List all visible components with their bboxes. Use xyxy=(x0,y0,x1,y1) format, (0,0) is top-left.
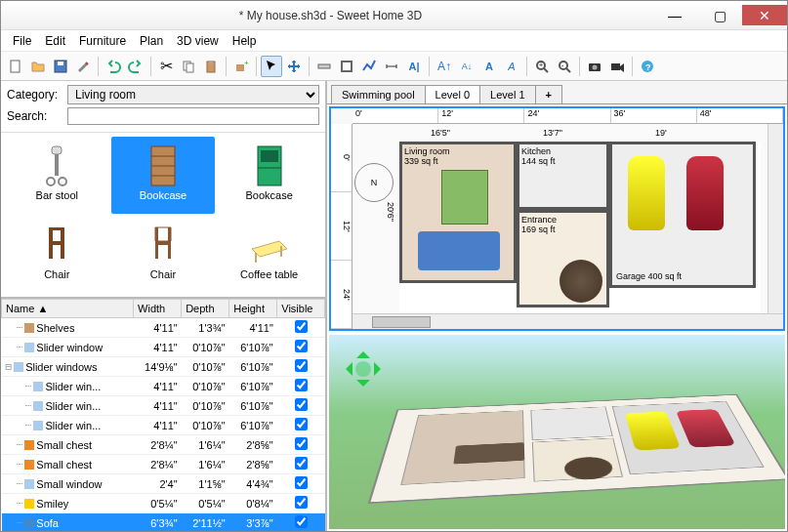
visible-checkbox[interactable] xyxy=(295,379,308,391)
preferences-icon[interactable] xyxy=(72,56,94,77)
menu-file[interactable]: File xyxy=(7,32,37,50)
menu-edit[interactable]: Edit xyxy=(39,32,71,50)
zoom-out-icon[interactable]: - xyxy=(554,56,575,77)
catalog-item[interactable]: Bar stool xyxy=(5,137,109,214)
menu-furniture[interactable]: Furniture xyxy=(73,32,132,50)
add-furniture-icon[interactable]: + xyxy=(230,56,252,77)
furniture-icon xyxy=(219,220,319,268)
text-bold-icon[interactable]: A xyxy=(478,56,500,77)
scrollbar-vertical[interactable] xyxy=(767,124,783,313)
table-row[interactable]: ┈ Slider win...4'11"0'10⅞"6'10⅞" xyxy=(2,416,325,435)
copy-icon[interactable] xyxy=(178,56,199,77)
col-width[interactable]: Width xyxy=(134,300,182,318)
svg-rect-17 xyxy=(611,63,620,70)
catalog-item[interactable]: Coffee table xyxy=(217,216,321,293)
tab-level-1[interactable]: Level 1 xyxy=(479,85,535,103)
col-depth[interactable]: Depth xyxy=(182,300,229,318)
save-icon[interactable] xyxy=(50,56,71,77)
maximize-button[interactable]: ▢ xyxy=(697,5,742,25)
catalog-item[interactable]: Chair xyxy=(111,216,216,293)
scrollbar-horizontal[interactable] xyxy=(353,313,783,329)
plan-view[interactable]: 0'12'24'36'48' 0'12'24' N 16'5" 13'7" 19… xyxy=(329,106,785,331)
visible-checkbox[interactable] xyxy=(295,340,308,352)
sofa-icon[interactable] xyxy=(418,231,500,270)
visible-checkbox[interactable] xyxy=(295,496,308,509)
car-yellow-icon xyxy=(628,156,665,230)
table-row[interactable]: ┈ Slider win...4'11"0'10⅞"6'10⅞" xyxy=(2,377,325,396)
visible-checkbox[interactable] xyxy=(295,359,308,372)
catalog-item[interactable]: Chair xyxy=(5,216,109,293)
furniture-list[interactable]: Name ▲ Width Depth Height Visible ┈ Shel… xyxy=(1,297,325,531)
menu-plan[interactable]: Plan xyxy=(134,32,169,50)
col-height[interactable]: Height xyxy=(229,300,277,318)
menubar: File Edit Furniture Plan 3D view Help xyxy=(1,30,787,52)
paste-icon[interactable] xyxy=(200,56,222,77)
row-name: Slider win... xyxy=(45,381,101,392)
visible-checkbox[interactable] xyxy=(295,418,308,430)
search-input[interactable] xyxy=(67,107,319,125)
row-name: Small chest xyxy=(36,459,92,471)
row-name: Sofa xyxy=(36,517,59,529)
table-row[interactable]: ┈ Small window2'4"1'1⅝"4'4¾" xyxy=(2,474,325,494)
tab-swimming-pool[interactable]: Swimming pool xyxy=(331,85,426,103)
furniture-icon xyxy=(113,220,214,268)
redo-icon[interactable] xyxy=(125,56,146,77)
new-icon[interactable] xyxy=(5,56,26,77)
text-smaller-icon[interactable]: A↓ xyxy=(456,56,477,77)
table-row[interactable]: ┈ Shelves4'11"1'3¾"4'11" xyxy=(2,318,325,338)
pan-icon[interactable] xyxy=(283,56,305,77)
close-button[interactable]: ✕ xyxy=(742,5,787,25)
visible-checkbox[interactable] xyxy=(295,437,308,450)
zoom-in-icon[interactable]: + xyxy=(531,56,553,77)
open-icon[interactable] xyxy=(27,56,49,77)
table-row[interactable]: ⊟ Slider windows14'9⅛"0'10⅞"6'10⅞" xyxy=(2,357,325,377)
col-visible[interactable]: Visible xyxy=(277,300,325,318)
text-italic-icon[interactable]: A xyxy=(501,56,522,77)
tab-level-0[interactable]: Level 0 xyxy=(425,85,480,103)
svg-rect-9 xyxy=(318,64,330,68)
floorplan: Living room339 sq ft Kitchen144 sq ft En… xyxy=(399,142,761,315)
video-icon[interactable] xyxy=(606,56,628,77)
svg-rect-20 xyxy=(52,146,62,154)
row-name: Slider windows xyxy=(25,361,97,373)
table-row[interactable]: ┈ Sofa6'3¾"2'11½"3'3⅞" xyxy=(2,513,325,532)
undo-icon[interactable] xyxy=(103,56,124,77)
table-row[interactable]: ┈ Slider window4'11"0'10⅞"6'10⅞" xyxy=(2,338,325,357)
visible-checkbox[interactable] xyxy=(295,476,308,489)
wall-icon[interactable] xyxy=(313,56,335,77)
menu-help[interactable]: Help xyxy=(227,32,263,50)
plan-canvas[interactable]: N 16'5" 13'7" 19' 20'6" Living room339 s… xyxy=(353,124,767,313)
select-icon[interactable] xyxy=(261,56,282,77)
tab-add[interactable]: + xyxy=(535,85,562,103)
visible-checkbox[interactable] xyxy=(295,457,308,470)
nav-cross[interactable] xyxy=(339,345,388,393)
catalog-item[interactable]: Bookcase xyxy=(111,137,216,214)
menu-3dview[interactable]: 3D view xyxy=(171,32,225,50)
col-name[interactable]: Name ▲ xyxy=(2,300,134,318)
visible-checkbox[interactable] xyxy=(295,398,308,411)
text-bigger-icon[interactable]: A↑ xyxy=(434,56,455,77)
search-label: Search: xyxy=(7,109,63,123)
text-icon[interactable]: A| xyxy=(403,56,425,77)
table-row[interactable]: ┈ Small chest2'8¼"1'6¼"2'8⅝" xyxy=(2,455,325,474)
table-row[interactable]: ┈ Smiley0'5¼"0'5¼"0'8¼" xyxy=(2,494,325,513)
table-row[interactable]: ┈ Small chest2'8¼"1'6¼"2'8⅝" xyxy=(2,435,325,455)
car-red-icon xyxy=(686,156,724,230)
visible-checkbox[interactable] xyxy=(295,515,308,528)
category-select[interactable]: Living room xyxy=(67,85,319,104)
help-icon[interactable]: ? xyxy=(637,56,658,77)
catalog-grid: Bar stoolBookcaseBookcaseChairChairCoffe… xyxy=(1,133,325,297)
toolbar: ✂ + A| A↑ A↓ A A + - ? xyxy=(1,52,787,81)
room-icon[interactable] xyxy=(336,56,357,77)
furniture-icon xyxy=(7,220,107,268)
catalog-item[interactable]: Bookcase xyxy=(217,137,321,214)
3d-view[interactable] xyxy=(329,335,785,529)
visible-checkbox[interactable] xyxy=(295,320,308,333)
cut-icon[interactable]: ✂ xyxy=(155,56,177,77)
minimize-button[interactable]: — xyxy=(652,5,697,25)
polyline-icon[interactable] xyxy=(358,56,380,77)
dimension-icon[interactable] xyxy=(381,56,402,77)
photo-icon[interactable] xyxy=(584,56,605,77)
table-row[interactable]: ┈ Slider win...4'11"0'10⅞"6'10⅞" xyxy=(2,396,325,416)
svg-rect-21 xyxy=(55,154,59,176)
